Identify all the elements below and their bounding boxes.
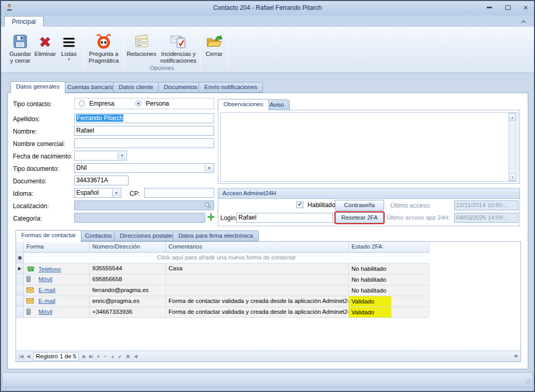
table-row[interactable]: ☎ Móvil 695856658 No habilitado (16, 274, 520, 285)
grid-rows: ▶ ☎ Teléfono 935555544 Casa No habilitad… (16, 264, 520, 318)
scroll-down-icon[interactable]: ▼ (509, 173, 516, 181)
tipo-documento-dropdown-icon[interactable]: ▼ (205, 164, 213, 172)
tab-observaciones[interactable]: Observaciones (218, 99, 269, 111)
fecha-nacimiento-combo[interactable]: ▼ (74, 151, 127, 161)
apellidos-input[interactable]: Ferrando Pitarch (74, 113, 214, 123)
restore-button[interactable] (503, 4, 513, 11)
hscroll-left-icon[interactable]: ◀ (134, 354, 137, 359)
table-row[interactable]: ☎ Móvil +34667333936 Forma de contactar … (16, 307, 520, 318)
scroll-up-icon[interactable]: ▲ (509, 113, 516, 121)
forma-link[interactable]: Teléfono (38, 266, 61, 272)
delete-record-icon[interactable]: − (104, 353, 107, 359)
close-icon[interactable]: ✕ (520, 4, 531, 11)
close-folder-icon (202, 30, 226, 49)
prev-record-icon[interactable]: ◀ (26, 354, 30, 359)
last-record-icon[interactable]: ▶| (89, 354, 93, 359)
new-row-hint[interactable]: Click aquí para añadir una nueva forma d… (24, 253, 429, 264)
incidents-notifications-button[interactable]: Incidencias y notificaciones (158, 30, 199, 70)
fecha-nacimiento-label: Fecha de nacimiento: (13, 153, 73, 160)
save-close-label: Guardar y cerrar (7, 51, 33, 64)
incidents-notifications-label: Incidencias y notificaciones (158, 51, 199, 64)
column-header-forma[interactable]: Forma (24, 242, 90, 253)
idioma-combo[interactable]: Español ▼ (74, 188, 121, 198)
add-record-icon[interactable]: + (96, 353, 100, 359)
ask-pragmatica-button[interactable]: Pregunta a Pragmática (86, 30, 122, 70)
estado-cell-text: Validado (349, 296, 391, 307)
comentarios-cell: Forma de contactar validada y creada des… (166, 307, 349, 318)
table-row[interactable]: ▶ ☎ Teléfono 935555544 Casa No habilitad… (16, 264, 520, 274)
tab-datos-cliente[interactable]: Datos cliente (113, 82, 159, 93)
tab-formas-contactar[interactable]: Formas de contactar (16, 230, 81, 242)
estado-cell: Validado (349, 307, 429, 318)
table-row[interactable]: ☎ E-mail ferrando@pragma.es No habilitad… (16, 285, 520, 296)
ribbon-collapse-chevron-icon[interactable] (520, 19, 528, 25)
categoria-input[interactable] (74, 213, 205, 223)
resize-grip-icon[interactable] (525, 378, 530, 385)
accept-changes-icon[interactable]: ✔ (118, 354, 122, 359)
localizacion-label: Localización: (13, 202, 49, 210)
tab-principal[interactable]: Principal (4, 16, 44, 27)
tab-envio-notificaciones[interactable]: Envío notificaciones (199, 82, 263, 93)
comentarios-cell (166, 285, 349, 296)
pragmatica-robot-icon (86, 30, 122, 49)
tipo-documento-label: Tipo documento: (13, 165, 59, 172)
save-close-button[interactable]: Guardar y cerrar (7, 30, 33, 70)
close-form-button[interactable]: Cerrar (202, 30, 226, 70)
tab-datos-firma[interactable]: Datos para firma electrónica (173, 230, 259, 241)
radio-persona[interactable]: Persona (135, 100, 169, 107)
hscroll-right-icon[interactable]: ▶ (515, 353, 518, 358)
idioma-dropdown-icon[interactable]: ▼ (112, 189, 120, 197)
numero-cell: 695856658 (90, 274, 166, 285)
minimize-button[interactable] (484, 4, 495, 11)
reset-2fa-button[interactable]: Resetear 2FA (335, 212, 384, 223)
categoria-label: Categoría: (13, 215, 42, 222)
localizacion-input[interactable] (74, 200, 214, 210)
email-icon: ☎ (26, 298, 37, 304)
forma-link[interactable]: Móvil (38, 276, 52, 282)
nombre-label: Nombre: (13, 128, 37, 135)
lists-button[interactable]: Listas ▼ (57, 30, 81, 70)
comentarios-cell: Casa (166, 264, 349, 274)
ribbon-separator (200, 30, 201, 69)
close-form-label: Cerrar (202, 51, 226, 57)
add-category-plus-icon[interactable] (206, 212, 216, 223)
email-icon: ☎ (26, 287, 37, 293)
column-header-estado[interactable]: Estado 2FA (349, 242, 429, 253)
next-record-icon[interactable]: ▶ (82, 354, 86, 359)
nombre-comercial-input[interactable] (74, 138, 214, 148)
fecha-dropdown-icon[interactable]: ▼ (118, 152, 126, 159)
tipo-documento-combo[interactable]: DNI ▼ (74, 163, 214, 173)
documento-input[interactable]: 34433671A (74, 176, 129, 185)
tab-documentos[interactable]: Documentos (158, 82, 203, 93)
login-input[interactable]: Rafael (236, 213, 333, 223)
column-header-numero[interactable]: Número/Dirección (90, 242, 166, 253)
edit-record-icon[interactable]: ▲ (110, 354, 114, 359)
forma-link[interactable]: E-mail (38, 287, 55, 293)
first-record-icon[interactable]: |◀ (19, 354, 23, 359)
radio-empresa-circle-icon (79, 100, 85, 107)
tab-datos-generales[interactable]: Datos generales (10, 81, 65, 93)
cp-label: CP: (130, 190, 140, 197)
radio-empresa[interactable]: Empresa (79, 100, 114, 107)
nombre-input[interactable]: Rafael (74, 126, 214, 136)
observaciones-textarea[interactable] (220, 112, 518, 182)
column-header-comentarios[interactable]: Comentarios (166, 242, 349, 253)
delete-label: Eliminar (34, 51, 57, 57)
forma-link[interactable]: Móvil (38, 309, 52, 315)
delete-button[interactable]: Eliminar (34, 30, 57, 70)
contrasena-button[interactable]: Contraseña (335, 200, 384, 211)
grid-new-row[interactable]: ✱ Click aquí para añadir una nueva forma… (16, 253, 520, 264)
ribbon-separator (83, 30, 83, 69)
tab-contactos[interactable]: Contactos (79, 230, 118, 241)
forma-link[interactable]: E-mail (38, 298, 55, 304)
cancel-changes-icon[interactable]: ✖ (126, 354, 130, 359)
table-row[interactable]: ☎ E-mail enric@pragma.es Forma de contac… (16, 296, 520, 307)
numero-cell: 935555544 (90, 264, 166, 274)
phone-icon: ☎ (26, 265, 37, 273)
search-icon[interactable] (204, 202, 211, 210)
tab-direcciones-postales[interactable]: Direcciones postales (114, 230, 180, 241)
relations-button[interactable]: Relaciones (125, 30, 158, 70)
observaciones-scrollbar[interactable]: ▲ ▼ (509, 113, 516, 181)
habilitado-checkbox[interactable]: Habilitado (297, 201, 335, 209)
cp-input[interactable] (144, 188, 214, 198)
